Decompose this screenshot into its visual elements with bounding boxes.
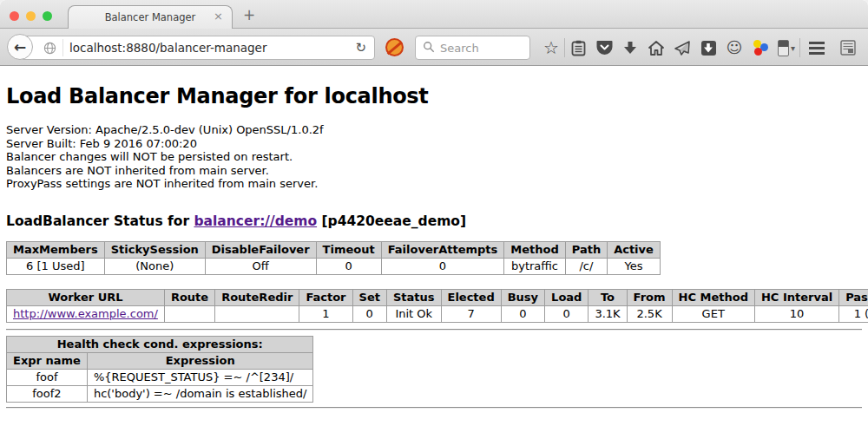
column-header: Elected: [441, 289, 501, 305]
back-arrow-icon: ←: [14, 38, 26, 56]
tab-close-icon[interactable]: ×: [214, 10, 223, 22]
table-cell: 0: [501, 305, 544, 322]
table-cell: [164, 305, 214, 322]
reload-button[interactable]: ↻: [347, 40, 374, 56]
horizontal-rule: [6, 407, 862, 409]
clipboard-icon: [571, 40, 586, 56]
column-header: Status: [386, 289, 441, 305]
search-icon: [423, 40, 435, 56]
toolbar-separator: [799, 38, 800, 57]
toolbar-icons: ☆ ☺ ▾: [538, 35, 861, 61]
column-header: Busy: [501, 289, 544, 305]
table-cell: %{REQUEST_STATUS} =~ /^[234]/: [87, 369, 313, 385]
column-header: Set: [352, 289, 386, 305]
navigation-toolbar: ← localhost:8880/balancer-manager ↻ Sear…: [0, 29, 868, 66]
hamburger-icon: [809, 42, 825, 55]
search-placeholder: Search: [440, 42, 479, 55]
persist-notice-line: Balancer changes will NOT be persisted o…: [6, 150, 862, 164]
balancers-notice-line: Balancers are NOT inherited from main se…: [6, 164, 862, 178]
window-controls: [10, 11, 52, 21]
column-header: Load: [545, 289, 589, 305]
tab-groups-button[interactable]: [835, 35, 861, 61]
globe-icon: [43, 42, 56, 55]
column-header: Expr name: [7, 352, 88, 369]
pocket-icon: [596, 40, 613, 56]
paper-plane-icon: [674, 41, 690, 56]
minimize-window-button[interactable]: [26, 11, 36, 21]
download-arrow-icon: [623, 41, 637, 55]
download-manager-button[interactable]: [695, 35, 721, 61]
address-bar[interactable]: localhost:8880/balancer-manager ↻: [20, 36, 375, 60]
colors-extension-button[interactable]: [747, 35, 773, 61]
reading-list-button[interactable]: [565, 35, 591, 61]
urlbar-separator: [62, 39, 63, 56]
table-cell: 1: [299, 305, 352, 322]
color-dots-icon: [753, 40, 768, 56]
downloads-button[interactable]: [617, 35, 643, 61]
chevron-down-icon: ▾: [791, 43, 795, 53]
table-cell: 2.5K: [627, 305, 672, 322]
bookmark-star-button[interactable]: ☆: [538, 35, 564, 61]
table-cell: Yes: [608, 258, 661, 274]
balancer-demo-link[interactable]: balancer://demo: [194, 213, 317, 229]
browser-window: Balancer Manager × + ← localhost:8880/ba…: [0, 0, 868, 426]
battery-extension-button[interactable]: ▾: [773, 35, 799, 61]
table-row: foof2hc('body') =~ /domain is establishe…: [7, 385, 313, 402]
send-tab-button[interactable]: [669, 35, 695, 61]
smiley-icon: ☺: [727, 40, 743, 56]
status-heading-suffix: [p4420eeae_demo]: [322, 213, 467, 229]
table-cell: 6 [1 Used]: [7, 258, 105, 274]
back-button[interactable]: ←: [7, 34, 33, 60]
emoji-extension-button[interactable]: ☺: [721, 35, 747, 61]
column-header: From: [627, 289, 672, 305]
column-header: RouteRedir: [215, 289, 299, 305]
table-cell: 0: [316, 258, 381, 274]
content-blocker-icon[interactable]: [385, 38, 404, 56]
status-heading-prefix: LoadBalancer Status for: [6, 213, 189, 229]
star-icon: ☆: [543, 39, 559, 56]
page-title: Load Balancer Manager for localhost: [6, 84, 862, 108]
table-cell: 0: [381, 258, 504, 274]
table-cell: GET: [672, 305, 754, 322]
column-header: To: [589, 289, 627, 305]
column-header: Worker URL: [7, 289, 165, 305]
column-header: Method: [504, 241, 565, 258]
zoom-window-button[interactable]: [43, 11, 52, 21]
table-cell: (None): [104, 258, 205, 274]
column-header: DisableFailover: [205, 241, 316, 258]
home-icon: [648, 41, 664, 56]
table-row: 6 [1 Used](None)Off00bytraffic/c/Yes: [7, 258, 661, 274]
horizontal-rule: [6, 329, 862, 331]
table-cell: Init Ok: [386, 305, 441, 322]
worker-status-table: Worker URLRouteRouteRedirFactorSetStatus…: [6, 289, 868, 323]
column-header: HC Method: [672, 289, 754, 305]
table-row: http://www.example.com/10Init Ok7003.1K2…: [7, 305, 868, 322]
table-cell: foof: [7, 369, 88, 385]
search-input[interactable]: Search: [415, 36, 530, 60]
column-header: Passes: [839, 289, 868, 305]
pocket-button[interactable]: [591, 35, 617, 61]
table-cell: /c/: [565, 258, 607, 274]
battery-icon: [778, 40, 789, 56]
new-tab-button[interactable]: +: [243, 6, 255, 23]
health-check-expressions-table: Health check cond. expressions:Expr name…: [6, 336, 313, 403]
url-text[interactable]: localhost:8880/balancer-manager: [69, 41, 347, 55]
tab-balancer-manager[interactable]: Balancer Manager ×: [68, 5, 233, 29]
tab-bar: Balancer Manager × +: [0, 0, 868, 29]
home-button[interactable]: [643, 35, 669, 61]
proxypass-notice-line: ProxyPass settings are NOT inherited fro…: [6, 177, 862, 191]
table-cell: hc('body') =~ /domain is established/: [87, 385, 313, 402]
page-content: Load Balancer Manager for localhost Serv…: [0, 67, 868, 426]
table-cell: [215, 305, 299, 322]
close-window-button[interactable]: [10, 11, 19, 21]
balancer-status-table: MaxMembersStickySessionDisableFailoverTi…: [6, 241, 661, 275]
table-cell: http://www.example.com/: [7, 305, 165, 322]
download-square-icon: [701, 41, 716, 56]
menu-button[interactable]: [804, 35, 830, 61]
column-header: Active: [608, 241, 661, 258]
column-header: Factor: [299, 289, 352, 305]
column-header: Expression: [87, 352, 313, 369]
column-header: HC Interval: [754, 289, 838, 305]
worker-url-link[interactable]: http://www.example.com/: [13, 307, 158, 320]
column-header: Route: [164, 289, 214, 305]
